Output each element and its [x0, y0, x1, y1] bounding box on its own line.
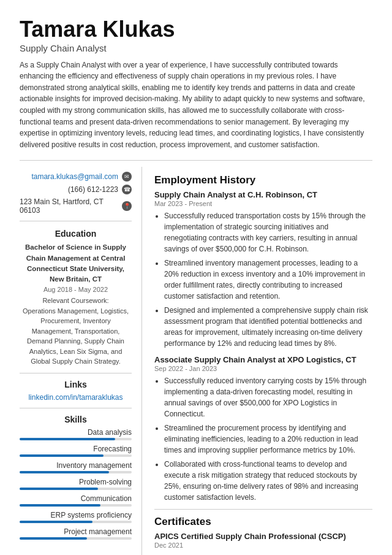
skill-bar-bg — [20, 537, 132, 540]
linkedin-link[interactable]: linkedin.com/in/tamaraklukas — [20, 393, 132, 402]
skill-item: Inventory management — [20, 461, 132, 473]
contact-divider — [20, 221, 132, 221]
skill-name: Communication — [20, 494, 132, 503]
skill-bar-bg — [20, 488, 132, 490]
mail-icon: ✉ — [122, 172, 132, 182]
skill-bar-fill — [20, 504, 100, 507]
coursework-label: Relevant Coursework: — [42, 297, 108, 304]
phone-contact: (166) 612-1223 ☎ — [20, 185, 132, 194]
email-contact: tamara.klukas@gmail.com ✉ — [20, 172, 132, 182]
resume-container: Tamara Klukas Supply Chain Analyst As a … — [0, 0, 392, 555]
job-bullet: Collaborated with cross-functional teams… — [164, 459, 372, 503]
job-bullet: Successfully reduced transportation cost… — [164, 210, 372, 255]
certificates-section-title: Certificates — [154, 516, 372, 528]
skill-item: Forecasting — [20, 445, 132, 457]
two-col-layout: tamara.klukas@gmail.com ✉ (166) 612-1223… — [20, 167, 372, 555]
skill-bar-bg — [20, 521, 132, 523]
phone-icon: ☎ — [122, 185, 132, 194]
skill-bar-fill — [20, 521, 92, 523]
skill-bar-fill — [20, 537, 87, 540]
job-bullets: Successfully reduced transportation cost… — [154, 210, 372, 349]
edu-degree: Bachelor of Science in Supply Chain Mana… — [25, 243, 126, 283]
employment-section-title: Employment History — [154, 174, 372, 186]
skills-list: Data analysis Forecasting Inventory mana… — [20, 428, 132, 540]
skill-item: ERP systems proficiency — [20, 511, 132, 523]
header-divider — [20, 160, 372, 161]
cert-block: APICS Certified Supply Chain Professiona… — [154, 532, 372, 549]
coursework-text: Operations Management, Logistics, Procur… — [23, 307, 129, 366]
job-title: Supply Chain Analyst at C.H. Robinson, C… — [154, 190, 372, 199]
edu-divider — [20, 373, 132, 373]
skill-item: Project management — [20, 527, 132, 540]
links-section-title: Links — [20, 380, 132, 389]
right-column: Employment History Supply Chain Analyst … — [142, 167, 372, 555]
skill-bar-bg — [20, 438, 132, 440]
cert-name: APICS Certified Supply Chain Professiona… — [154, 532, 372, 541]
skill-bar-fill — [20, 471, 109, 473]
certs-list: APICS Certified Supply Chain Professiona… — [154, 532, 372, 555]
job-bullet: Successfully reduced inventory carrying … — [164, 375, 372, 419]
job-date: Sep 2022 - Jan 2023 — [154, 365, 372, 372]
links-divider — [20, 408, 132, 408]
address-text: 123 Main St, Hartford, CT 06103 — [20, 197, 118, 215]
location-icon: 📍 — [122, 201, 132, 211]
job-block: Associate Supply Chain Analyst at XPO Lo… — [154, 355, 372, 503]
skill-name: Data analysis — [20, 428, 132, 437]
employment-divider — [154, 509, 372, 510]
skill-name: Project management — [20, 527, 132, 536]
skill-name: Inventory management — [20, 461, 132, 470]
left-column: tamara.klukas@gmail.com ✉ (166) 612-1223… — [20, 167, 142, 555]
skills-section-title: Skills — [20, 415, 132, 424]
job-date: Mar 2023 - Present — [154, 200, 372, 207]
skill-bar-bg — [20, 454, 132, 457]
skill-name: Forecasting — [20, 445, 132, 453]
education-block: Bachelor of Science in Supply Chain Mana… — [20, 242, 132, 285]
cert-date: Dec 2021 — [154, 542, 372, 549]
job-bullet: Designed and implemented a comprehensive… — [164, 305, 372, 349]
skill-bar-bg — [20, 471, 132, 473]
candidate-summary: As a Supply Chain Analyst with over a ye… — [20, 59, 372, 151]
skill-bar-fill — [20, 488, 98, 490]
skill-item: Problem-solving — [20, 478, 132, 490]
edu-dates: Aug 2018 - May 2022 — [20, 286, 132, 293]
email-link[interactable]: tamara.klukas@gmail.com — [31, 172, 118, 181]
job-bullet: Streamlined inventory management process… — [164, 258, 372, 302]
candidate-name: Tamara Klukas — [20, 17, 372, 42]
skill-bar-fill — [20, 438, 115, 440]
skill-item: Data analysis — [20, 428, 132, 440]
skill-name: ERP systems proficiency — [20, 511, 132, 519]
skill-bar-bg — [20, 504, 132, 507]
jobs-list: Supply Chain Analyst at C.H. Robinson, C… — [154, 190, 372, 503]
job-bullet: Streamlined the procurement process by i… — [164, 423, 372, 456]
job-bullets: Successfully reduced inventory carrying … — [154, 375, 372, 503]
job-block: Supply Chain Analyst at C.H. Robinson, C… — [154, 190, 372, 349]
education-section-title: Education — [20, 229, 132, 239]
skill-name: Problem-solving — [20, 478, 132, 486]
edu-coursework: Relevant Coursework: Operations Manageme… — [20, 296, 132, 367]
skill-bar-fill — [20, 454, 104, 457]
address-contact: 123 Main St, Hartford, CT 06103 📍 — [20, 197, 132, 215]
skill-item: Communication — [20, 494, 132, 507]
job-title: Associate Supply Chain Analyst at XPO Lo… — [154, 355, 372, 364]
phone-text: (166) 612-1223 — [68, 185, 118, 194]
candidate-title: Supply Chain Analyst — [20, 43, 372, 53]
